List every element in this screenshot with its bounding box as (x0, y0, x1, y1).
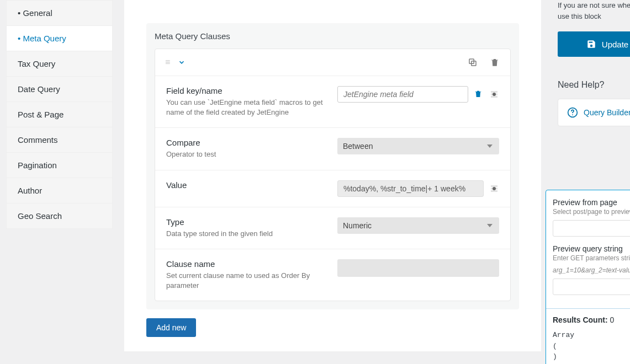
sidebar-item-post-page[interactable]: Post & Page (6, 102, 113, 127)
svg-point-3 (493, 187, 496, 190)
clause-card: ≡ Field key/name You can use `JetEngine … (155, 49, 511, 301)
compare-select[interactable]: Between (337, 138, 499, 154)
meta-query-panel: Meta Query Clauses ≡ Field (146, 23, 519, 309)
preview-from-page-label: Preview from page (553, 198, 630, 207)
field-row-key: Field key/name You can use `JetEngine me… (155, 76, 510, 128)
clause-header: ≡ (155, 49, 510, 76)
type-desc: Data type stored in the given field (166, 229, 326, 239)
field-row-value: Value (155, 170, 510, 207)
field-key-desc: You can use `JetEngine meta field` macro… (166, 98, 326, 117)
sidebar-item-pagination[interactable]: Pagination (6, 153, 113, 178)
results-count-value: 0 (610, 315, 614, 324)
sidebar-item-tax-query[interactable]: Tax Query (6, 51, 113, 77)
type-select[interactable]: Numeric (337, 217, 499, 234)
clause-name-desc: Set current clause name to used as Order… (166, 271, 326, 291)
sidebar-item-author[interactable]: Author (6, 178, 113, 204)
preview-query-string-sub: Enter GET parameters string (553, 254, 630, 262)
macro-icon[interactable] (489, 89, 499, 99)
field-row-type: Type Data type stored in the given field… (155, 207, 510, 249)
save-icon (586, 39, 596, 49)
sidebar-item-date-query[interactable]: Date Query (6, 77, 113, 102)
preview-box: Preview from page Select post/page to pr… (546, 190, 630, 364)
preview-from-page-input[interactable] (553, 220, 630, 237)
update-label: Update (602, 40, 628, 49)
sidebar-item-geo-search[interactable]: Geo Search (6, 204, 113, 229)
panel-title: Meta Query Clauses (155, 31, 511, 41)
field-key-input[interactable] (337, 86, 468, 103)
compare-label: Compare (166, 138, 326, 147)
clause-name-input[interactable] (337, 259, 499, 277)
results-count: Results Count: 0 (553, 315, 630, 324)
question-circle-icon (567, 107, 578, 118)
chevron-down-icon[interactable] (178, 58, 186, 66)
preview-query-string-input[interactable] (553, 279, 630, 295)
trash-icon[interactable] (489, 57, 500, 68)
macro-icon[interactable] (489, 184, 499, 194)
update-button[interactable]: Update (558, 31, 630, 57)
add-new-button[interactable]: Add new (146, 318, 196, 337)
value-label: Value (166, 180, 326, 190)
intro-help-text: If you are not sure where to use this bl… (558, 0, 630, 22)
settings-sidebar: General Meta Query Tax Query Date Query … (6, 0, 113, 229)
sidebar-item-general[interactable]: General (6, 0, 113, 26)
sidebar-item-meta-query[interactable]: Meta Query (6, 26, 113, 51)
results-array: Array ( ) (553, 330, 630, 362)
type-label: Type (166, 217, 326, 227)
field-key-label: Field key/name (166, 86, 326, 95)
compare-desc: Operator to test (166, 149, 326, 159)
need-help-title: Need Help? (558, 80, 630, 90)
svg-point-2 (493, 93, 496, 96)
main-panel: Meta Query Clauses ≡ Field (124, 0, 541, 351)
right-column: If you are not sure where to use this bl… (558, 0, 630, 126)
drag-handle-icon[interactable]: ≡ (165, 57, 169, 67)
preview-query-string-example: arg_1=10&arg_2=text-value (553, 266, 630, 274)
preview-divider (546, 308, 630, 309)
sidebar-item-comments[interactable]: Comments (6, 127, 113, 153)
query-builder-link[interactable]: Query Builder (584, 108, 630, 117)
preview-query-string-label: Preview query string (553, 244, 630, 253)
copy-icon[interactable] (467, 57, 478, 68)
preview-from-page-sub: Select post/page to preview (553, 208, 630, 216)
field-row-clause-name: Clause name Set current clause name to u… (155, 249, 510, 301)
help-link-box[interactable]: Query Builder (558, 99, 630, 126)
results-count-label: Results Count: (553, 315, 608, 324)
clause-name-label: Clause name (166, 259, 326, 269)
clear-field-icon[interactable] (474, 89, 484, 99)
value-input[interactable] (337, 180, 484, 197)
field-row-compare: Compare Operator to test Between (155, 128, 510, 170)
